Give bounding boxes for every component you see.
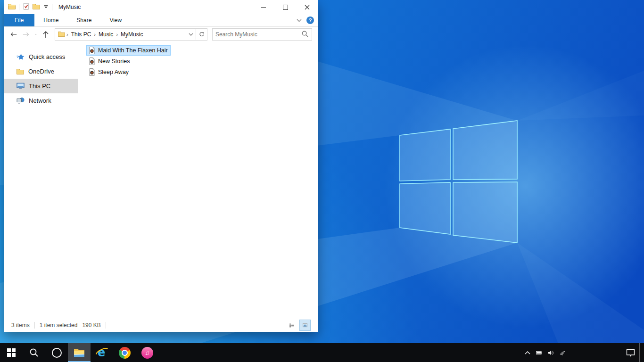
action-center-icon xyxy=(626,349,635,357)
status-bar: 3 items 1 item selected 190 KB xyxy=(4,319,318,332)
cortana-button[interactable] xyxy=(45,343,68,362)
volume-tray-icon[interactable] xyxy=(545,343,557,362)
address-folder-icon xyxy=(58,31,65,38)
file-list[interactable]: Maid With The Flaxen Hair New Stories xyxy=(78,42,318,319)
address-dropdown-icon[interactable] xyxy=(186,33,196,36)
breadcrumb-this-pc[interactable]: This PC xyxy=(69,31,94,38)
quick-access-star-icon xyxy=(17,53,25,61)
hidden-icons-chevron[interactable] xyxy=(521,343,533,362)
ribbon-tab-row: File Home Share View ? xyxy=(4,14,318,27)
chevron-up-icon xyxy=(525,351,530,354)
status-separator xyxy=(106,322,106,329)
search-input[interactable] xyxy=(213,31,302,38)
chrome-icon xyxy=(119,347,131,359)
address-toolbar: › This PC › Music › MyMusic xyxy=(4,27,318,42)
sidebar-item-label: OneDrive xyxy=(28,68,54,75)
large-icons-view-icon xyxy=(303,322,307,329)
internet-explorer-icon: e xyxy=(95,346,108,359)
network-icon xyxy=(17,97,25,104)
battery-tray-icon[interactable] xyxy=(533,343,545,362)
tray-spacer xyxy=(569,343,621,362)
system-folder-icon[interactable] xyxy=(8,3,16,11)
sidebar-item-onedrive[interactable]: OneDrive xyxy=(4,64,78,79)
selection-count: 1 item selected xyxy=(40,322,78,329)
file-explorer-window: MyMusic File Home Share View ? xyxy=(4,0,318,332)
wifi-tray-icon[interactable] xyxy=(557,343,569,362)
start-button[interactable] xyxy=(0,343,23,362)
wifi-icon xyxy=(560,350,566,356)
properties-icon[interactable] xyxy=(23,3,29,11)
tab-file[interactable]: File xyxy=(4,14,34,26)
tab-view[interactable]: View xyxy=(100,14,131,26)
maximize-button[interactable] xyxy=(274,0,296,14)
tab-home[interactable]: Home xyxy=(34,14,67,26)
titlebar-separator xyxy=(52,4,52,10)
file-item[interactable]: Maid With The Flaxen Hair xyxy=(86,45,171,56)
file-name: Maid With The Flaxen Hair xyxy=(98,47,168,54)
back-button[interactable] xyxy=(8,28,20,41)
file-explorer-icon xyxy=(74,348,85,357)
cortana-icon xyxy=(52,348,62,358)
desktop: MyMusic File Home Share View ? xyxy=(0,0,644,362)
minimize-icon xyxy=(261,7,266,8)
titlebar-separator xyxy=(19,4,19,10)
itunes-button[interactable]: ♫ xyxy=(136,343,158,362)
breadcrumb-mymusic[interactable]: MyMusic xyxy=(118,31,145,38)
show-desktop-button[interactable] xyxy=(639,343,644,362)
file-item[interactable]: Sleep Away xyxy=(86,67,132,77)
battery-icon xyxy=(536,350,542,355)
navigation-pane: Quick access OneDrive This PC xyxy=(4,42,78,319)
sidebar-item-network[interactable]: Network xyxy=(4,93,78,108)
close-button[interactable] xyxy=(296,0,318,14)
window-title: MyMusic xyxy=(58,4,81,10)
onedrive-folder-icon xyxy=(17,68,24,74)
tab-share[interactable]: Share xyxy=(67,14,100,26)
item-count: 3 items xyxy=(11,322,30,329)
address-bar[interactable]: › This PC › Music › MyMusic xyxy=(55,28,207,41)
sidebar-item-this-pc[interactable]: This PC xyxy=(4,79,78,93)
selection-size: 190 KB xyxy=(82,322,100,329)
sidebar-item-label: Network xyxy=(29,97,51,104)
details-view-icon xyxy=(289,322,294,329)
recent-locations-icon[interactable] xyxy=(32,28,40,41)
title-bar[interactable]: MyMusic xyxy=(4,0,318,14)
internet-explorer-button[interactable]: e xyxy=(91,343,113,362)
this-pc-monitor-icon xyxy=(17,82,25,90)
sidebar-item-label: Quick access xyxy=(29,53,65,60)
volume-icon xyxy=(548,350,554,356)
customize-quick-access-icon[interactable] xyxy=(43,4,49,10)
status-separator xyxy=(34,322,35,329)
file-item[interactable]: New Stories xyxy=(86,56,132,66)
music-file-icon xyxy=(88,58,96,65)
file-name: New Stories xyxy=(98,58,130,65)
sidebar-item-quick-access[interactable]: Quick access xyxy=(4,49,78,64)
taskbar-search-button[interactable] xyxy=(23,343,45,362)
help-icon[interactable]: ? xyxy=(306,16,314,24)
refresh-icon[interactable] xyxy=(196,29,207,40)
music-file-icon xyxy=(88,68,96,76)
taskbar: e ♫ xyxy=(0,343,644,362)
details-view-button[interactable] xyxy=(287,320,297,330)
maximize-icon xyxy=(283,5,288,10)
close-icon xyxy=(305,5,310,10)
up-button[interactable] xyxy=(40,28,52,41)
search-box[interactable] xyxy=(212,28,312,41)
music-file-icon xyxy=(88,47,96,54)
sidebar-item-label: This PC xyxy=(29,82,50,90)
forward-button[interactable] xyxy=(20,28,32,41)
minimize-button[interactable] xyxy=(253,0,274,14)
chrome-button[interactable] xyxy=(113,343,136,362)
itunes-icon: ♫ xyxy=(141,347,153,359)
ribbon-collapse-icon[interactable] xyxy=(297,17,302,24)
new-folder-icon[interactable] xyxy=(33,3,40,11)
action-center-button[interactable] xyxy=(621,343,639,362)
file-name: Sleep Away xyxy=(98,69,129,75)
breadcrumb-music[interactable]: Music xyxy=(96,31,116,38)
large-icons-view-button[interactable] xyxy=(300,320,310,330)
search-icon[interactable] xyxy=(302,31,308,39)
windows-start-icon xyxy=(7,348,16,357)
search-icon xyxy=(29,348,39,357)
taskbar-file-explorer-button[interactable] xyxy=(68,343,91,362)
